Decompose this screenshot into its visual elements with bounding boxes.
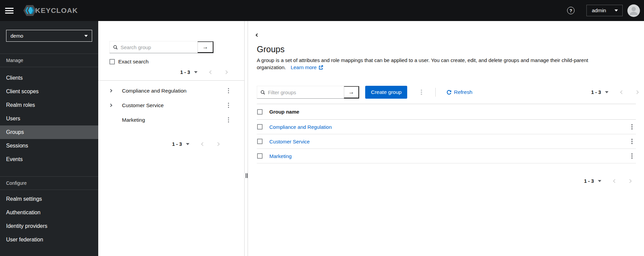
pagination-options-icon[interactable]: [598, 180, 601, 182]
next-page-icon[interactable]: [224, 70, 228, 74]
sidebar-item-authentication[interactable]: Authentication: [0, 206, 98, 219]
sidebar-item-sessions[interactable]: Sessions: [0, 139, 98, 153]
brand-wordmark: KEYCLOAK: [35, 6, 78, 15]
next-page-icon[interactable]: [628, 179, 631, 183]
filter-submit-button[interactable]: →: [344, 86, 359, 98]
refresh-label: Refresh: [454, 89, 472, 95]
page-description: A group is a set of attributes and role …: [257, 57, 626, 71]
sidebar-item-groups[interactable]: Groups: [0, 125, 98, 139]
nav-section-manage: Manage: [0, 54, 98, 67]
row-kebab-menu-icon[interactable]: [631, 124, 633, 130]
sidebar-item-user-federation[interactable]: User federation: [0, 233, 98, 247]
row-kebab-menu-icon[interactable]: [631, 138, 633, 144]
pagination-range: 1 - 3: [180, 70, 190, 75]
previous-page-icon[interactable]: [613, 179, 617, 183]
pagination-range: 1 - 3: [584, 178, 594, 184]
column-header-group-name: Group name: [269, 109, 299, 115]
next-page-icon[interactable]: [216, 142, 220, 146]
kebab-menu-icon[interactable]: [228, 87, 229, 94]
table-header-row: Group name: [257, 104, 636, 120]
tree-pagination-bottom: 1 - 3: [98, 140, 219, 148]
chevron-down-icon: [615, 9, 618, 12]
filter-control: →: [257, 86, 359, 99]
refresh-icon: [446, 90, 452, 95]
group-link-customer-service[interactable]: Customer Service: [269, 139, 310, 144]
groups-main-panel: Groups A group is a set of attributes an…: [248, 21, 644, 256]
user-dropdown[interactable]: admin: [586, 5, 623, 16]
realm-selector[interactable]: demo: [6, 30, 92, 42]
help-icon[interactable]: ?: [567, 7, 575, 14]
sidebar-item-clients[interactable]: Clients: [0, 71, 98, 85]
sidebar: demo Manage Clients Client scopes Realm …: [0, 21, 98, 256]
previous-page-icon[interactable]: [620, 90, 624, 94]
row-checkbox[interactable]: [257, 139, 263, 144]
next-page-icon[interactable]: [635, 90, 639, 94]
table-pagination-top: 1 - 3: [591, 88, 638, 96]
refresh-button[interactable]: Refresh: [446, 89, 472, 95]
sidebar-item-client-scopes[interactable]: Client scopes: [0, 85, 98, 98]
collapse-drawer-button[interactable]: [255, 30, 260, 39]
search-icon: [113, 45, 118, 50]
tree-item-label[interactable]: Compliance and Regulation: [122, 88, 186, 94]
keycloak-brand: KEYCLOAK: [23, 4, 78, 17]
table-pagination-bottom: 1 - 3: [257, 177, 631, 185]
groups-table: Group name Compliance and Regulation Cus…: [257, 104, 636, 163]
search-icon: [261, 90, 265, 95]
masthead: KEYCLOAK ? admin: [0, 0, 644, 21]
realm-selector-value: demo: [11, 33, 23, 39]
tree-item-marketing: Marketing: [98, 113, 244, 127]
group-tree: Compliance and Regulation Customer Servi…: [98, 81, 244, 127]
exact-search-checkbox[interactable]: [109, 59, 115, 64]
create-group-button[interactable]: Create group: [365, 86, 407, 99]
kebab-menu-icon[interactable]: [228, 102, 229, 108]
sidebar-item-identity-providers[interactable]: Identity providers: [0, 219, 98, 233]
pagination-range: 1 - 3: [591, 90, 601, 95]
previous-page-icon[interactable]: [201, 142, 205, 146]
learn-more-link[interactable]: Learn more: [291, 64, 323, 70]
external-link-icon: [318, 65, 323, 70]
group-search-control: →: [109, 41, 214, 53]
tree-pagination-top: 1 - 3: [98, 68, 227, 76]
pagination-range: 1 - 3: [172, 141, 182, 147]
tree-item-customer-service: Customer Service: [98, 98, 244, 113]
toolbar-divider: [435, 88, 436, 97]
table-row: Compliance and Regulation: [257, 120, 636, 134]
page-title: Groups: [257, 44, 644, 54]
expand-icon[interactable]: [109, 90, 118, 92]
sidebar-item-realm-settings[interactable]: Realm settings: [0, 192, 98, 206]
sidebar-item-realm-roles[interactable]: Realm roles: [0, 98, 98, 112]
sidebar-item-users[interactable]: Users: [0, 112, 98, 125]
sidebar-item-events[interactable]: Events: [0, 153, 98, 166]
table-row: Marketing: [257, 149, 636, 163]
avatar[interactable]: [627, 4, 640, 17]
kebab-menu-icon[interactable]: [228, 117, 229, 123]
chevron-left-icon: [256, 34, 259, 37]
keycloak-logo-icon: [23, 4, 37, 17]
user-name: admin: [592, 7, 606, 14]
pagination-options-icon[interactable]: [605, 91, 608, 93]
pagination-options-icon[interactable]: [186, 143, 189, 145]
pagination-options-icon[interactable]: [194, 71, 198, 73]
row-checkbox[interactable]: [257, 153, 263, 159]
exact-search-label: Exact search: [118, 59, 149, 65]
chevron-down-icon: [84, 35, 88, 37]
previous-page-icon[interactable]: [209, 70, 213, 74]
search-group-input[interactable]: [121, 44, 198, 50]
tree-item-label[interactable]: Marketing: [122, 117, 145, 123]
group-tree-panel: → Exact search 1 - 3 Compliance and Regu…: [98, 21, 245, 256]
filter-groups-input[interactable]: [268, 90, 344, 95]
configure-nav: Realm settings Authentication Identity p…: [0, 190, 98, 247]
group-link-compliance-and-regulation[interactable]: Compliance and Regulation: [269, 124, 332, 130]
hamburger-menu-icon[interactable]: [5, 6, 14, 15]
row-kebab-menu-icon[interactable]: [631, 153, 633, 159]
search-submit-button[interactable]: →: [198, 41, 213, 53]
toolbar-kebab-menu-icon[interactable]: [421, 89, 422, 95]
tree-item-label[interactable]: Customer Service: [122, 102, 164, 109]
table-row: Customer Service: [257, 134, 636, 149]
select-all-checkbox[interactable]: [257, 109, 263, 115]
manage-nav: Clients Client scopes Realm roles Users …: [0, 67, 98, 166]
nav-section-configure: Configure: [0, 176, 98, 190]
expand-icon[interactable]: [109, 104, 118, 106]
row-checkbox[interactable]: [257, 124, 263, 130]
group-link-marketing[interactable]: Marketing: [269, 153, 292, 159]
